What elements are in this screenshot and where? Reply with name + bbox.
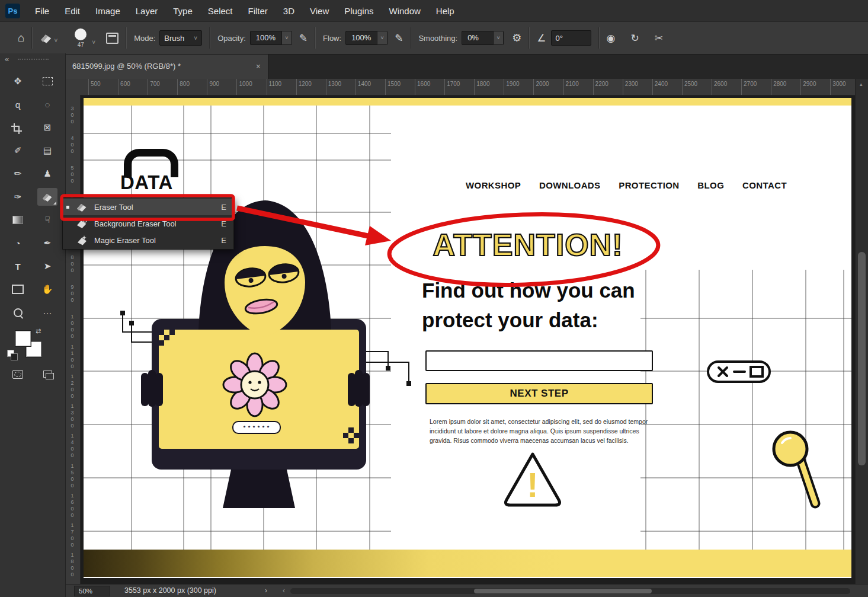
- scroll-left-icon[interactable]: ‹: [283, 586, 285, 595]
- warning-exclamation: !: [527, 465, 538, 504]
- brush-preset-picker[interactable]: 47: [71, 28, 91, 48]
- horizontal-scroll-thumb[interactable]: [474, 589, 652, 593]
- more-tools-button[interactable]: ···: [37, 304, 57, 321]
- menu-select[interactable]: Select: [200, 0, 241, 21]
- ink-flow-icon[interactable]: ◉: [607, 32, 616, 44]
- menu-view[interactable]: View: [302, 0, 337, 21]
- swap-colors-icon[interactable]: ⇄: [36, 327, 41, 335]
- collapse-panel-button[interactable]: «: [5, 55, 9, 63]
- hruler-label: 1300: [326, 79, 355, 95]
- scroll-up-icon[interactable]: ▴: [860, 81, 863, 87]
- hruler-label: 700: [148, 79, 177, 95]
- horizontal-scrollbar[interactable]: [290, 588, 850, 594]
- menu-plugins[interactable]: Plugins: [337, 0, 381, 21]
- horizontal-ruler[interactable]: 500 600 700 800 900 1000 1100 1200 1300 …: [80, 79, 855, 95]
- mode-dropdown[interactable]: Brush ˅: [159, 30, 202, 46]
- panel-grip[interactable]: [18, 59, 49, 60]
- monitor-stand: [223, 470, 295, 508]
- default-colors-icon[interactable]: [7, 350, 18, 360]
- brush-settings-panel-icon[interactable]: [106, 33, 118, 44]
- vruler-label: 300: [69, 106, 75, 125]
- pencil-tool[interactable]: ✏: [8, 165, 28, 183]
- menu-edit[interactable]: Edit: [57, 0, 88, 21]
- nav-contact: CONTACT: [742, 180, 787, 190]
- eraser-flyout-menu: Eraser Tool E Background Eraser Tool E M…: [62, 197, 234, 250]
- menu-window[interactable]: Window: [381, 0, 428, 21]
- gradient-tool[interactable]: [8, 211, 28, 229]
- menu-3d[interactable]: 3D: [276, 0, 302, 21]
- document-canvas[interactable]: ! DATA: [84, 98, 851, 578]
- patch-tool[interactable]: ▤: [37, 142, 57, 159]
- tool-preset-picker[interactable]: ˅: [40, 33, 57, 44]
- divider: [598, 27, 600, 49]
- ruler-corner[interactable]: [65, 79, 81, 95]
- flow-field[interactable]: 100% ˅: [345, 31, 387, 45]
- pen-tool[interactable]: ✒: [37, 234, 57, 252]
- menu-layer[interactable]: Layer: [128, 0, 166, 21]
- zoom-level-field[interactable]: 50%: [74, 586, 110, 596]
- smoothing-field[interactable]: 0% ˅: [462, 31, 504, 45]
- home-icon[interactable]: ⌂: [18, 31, 24, 44]
- menu-image[interactable]: Image: [88, 0, 128, 21]
- lasso-tool[interactable]: ɋ: [8, 95, 28, 113]
- nav-protection: PROTECTION: [619, 180, 679, 190]
- hruler-label: 2800: [771, 79, 800, 95]
- flyout-item-label: Background Eraser Tool: [94, 219, 216, 228]
- menu-help[interactable]: Help: [428, 0, 462, 21]
- clone-stamp-tool[interactable]: ♟: [37, 165, 57, 183]
- marquee-tool[interactable]: [37, 72, 57, 90]
- vertical-ruler[interactable]: 300 400 500 600 700 800 900 1000 1100 12…: [65, 95, 81, 584]
- document-tab[interactable]: 6815099.jpg @ 50% (RGB/8*) * ×: [65, 53, 268, 79]
- site-paragraph: Lorem ipsum dolor sit amet, consectetur …: [430, 417, 652, 445]
- menu-filter[interactable]: Filter: [241, 0, 276, 21]
- rectangle-tool[interactable]: [8, 280, 28, 298]
- chevron-down-icon: ˅: [194, 35, 197, 41]
- vertical-scrollbar[interactable]: ▴: [855, 79, 868, 584]
- vruler-label: 500: [69, 165, 75, 184]
- angle-field[interactable]: 0°: [551, 30, 591, 46]
- canvas-workspace: 500 600 700 800 900 1000 1100 1200 1300 …: [65, 79, 855, 584]
- flyout-item-eraser-tool[interactable]: Eraser Tool E: [63, 199, 233, 215]
- quick-selection-tool[interactable]: ◌: [37, 95, 57, 113]
- hruler-label: 1600: [415, 79, 444, 95]
- quick-mask-button[interactable]: [8, 365, 28, 383]
- chevron-down-icon: ˅: [54, 37, 57, 44]
- screen-mode-button[interactable]: [37, 365, 57, 383]
- pencil-icon: ✏: [14, 168, 22, 179]
- hruler-label: 600: [118, 79, 148, 95]
- site-text-input: [425, 350, 653, 371]
- menu-type[interactable]: Type: [165, 0, 200, 21]
- airbrush-icon[interactable]: ✎: [395, 32, 403, 44]
- status-chevron-icon[interactable]: ›: [265, 586, 267, 595]
- path-select-tool[interactable]: ➤: [37, 257, 57, 275]
- type-tool[interactable]: T: [8, 257, 28, 275]
- vertical-scroll-thumb[interactable]: [858, 252, 866, 465]
- hruler-label: 1400: [355, 79, 385, 95]
- frame-tool[interactable]: ⊠: [37, 119, 57, 136]
- dodge-tool[interactable]: ◔: [8, 234, 28, 252]
- pressure-opacity-icon[interactable]: ✎: [299, 32, 308, 44]
- gear-icon[interactable]: ⚙: [512, 31, 521, 44]
- brush-icon: ✑: [14, 191, 22, 202]
- eraser-tool[interactable]: [37, 188, 57, 206]
- opacity-field[interactable]: 100% ˅: [250, 31, 292, 45]
- hacker-illustration: !: [84, 98, 851, 578]
- eyedropper-tool[interactable]: ✐: [8, 142, 28, 159]
- close-icon[interactable]: ×: [256, 62, 261, 71]
- gesture-icon[interactable]: ✂: [655, 32, 663, 44]
- brush-tool[interactable]: ✑: [8, 188, 28, 206]
- hand-tool[interactable]: ✋: [37, 280, 57, 298]
- hruler-label: 800: [177, 79, 207, 95]
- chevron-down-icon[interactable]: ˅: [92, 39, 95, 46]
- password-field-graphic: * * * * * *: [232, 421, 281, 434]
- flyout-item-background-eraser-tool[interactable]: Background Eraser Tool E: [63, 215, 233, 232]
- smudge-tool[interactable]: ☟: [37, 211, 57, 229]
- flyout-item-magic-eraser-tool[interactable]: Magic Eraser Tool E: [63, 232, 233, 248]
- foreground-color-swatch[interactable]: [15, 331, 31, 346]
- menu-file[interactable]: File: [27, 0, 57, 21]
- crop-tool[interactable]: [8, 119, 28, 136]
- symmetry-icon[interactable]: ↻: [630, 32, 639, 44]
- hruler-label: 2300: [623, 79, 652, 95]
- zoom-tool[interactable]: [8, 304, 28, 321]
- move-tool[interactable]: ✥: [8, 72, 28, 90]
